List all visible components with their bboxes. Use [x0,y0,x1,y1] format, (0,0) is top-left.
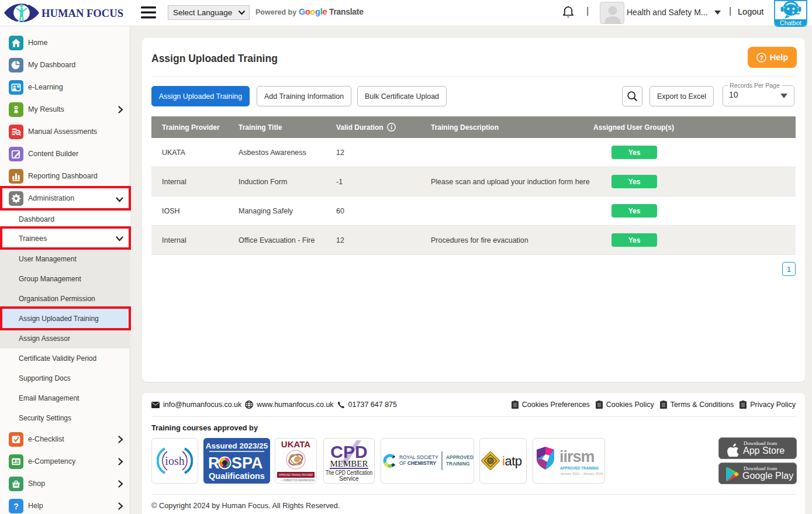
svg-text:UKATA: UKATA [281,439,310,449]
svg-text:OF CHEMISTRY: OF CHEMISTRY [399,460,436,466]
svg-text:MEMBER: MEMBER [330,459,368,468]
svg-text:Qualifications: Qualifications [209,471,265,481]
svg-text:ROYAL SOCIETY: ROYAL SOCIETY [399,454,438,460]
svg-text:iatp: iatp [502,454,522,468]
svg-text:January 2021 – January 2024: January 2021 – January 2024 [560,472,603,475]
svg-text:iosh: iosh [165,454,184,467]
svg-text:iirsm: iirsm [559,448,595,465]
svg-text:Service: Service [339,475,359,482]
svg-text:SPA: SPA [231,454,263,472]
svg-text:APPROVED TRAINING PROVIDER: APPROVED TRAINING PROVIDER [279,474,313,477]
svg-text:HUMAN FOCUS: HUMAN FOCUS [42,8,123,19]
svg-text:Assured 2023/25: Assured 2023/25 [206,441,268,450]
svg-text:?: ? [13,501,19,510]
svg-text:R: R [208,454,220,472]
svg-text:APPROVED: APPROVED [446,454,474,460]
svg-text:✓ ASBESTOS AWARENESS: ✓ ASBESTOS AWARENESS [281,479,315,482]
svg-text:TRAINING: TRAINING [446,461,469,467]
svg-text:?: ? [759,54,763,61]
svg-text:APPROVED TRAINING: APPROVED TRAINING [560,465,599,471]
